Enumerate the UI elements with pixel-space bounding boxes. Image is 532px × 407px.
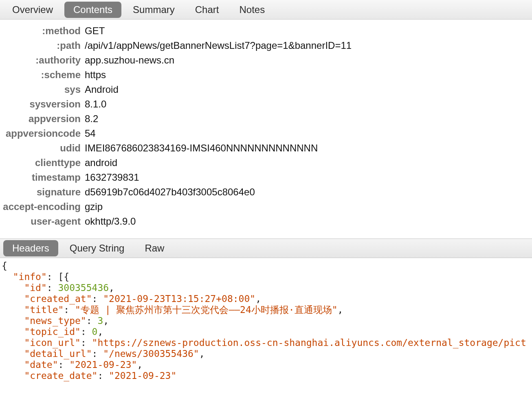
subtab-headers[interactable]: Headers <box>3 240 58 256</box>
header-key: udid <box>2 141 85 155</box>
json-punct: : <box>81 337 92 348</box>
header-value: /api/v1/appNews/getBannerNewsList7?page=… <box>85 38 352 53</box>
json-indent <box>2 348 24 359</box>
header-key: clienttype <box>2 155 85 170</box>
json-indent <box>2 315 24 326</box>
top-tabbar: Overview Contents Summary Chart Notes <box>0 0 532 20</box>
json-line: "date": "2021-09-23", <box>2 359 530 370</box>
header-key: appversioncode <box>2 126 85 141</box>
header-row: udidIMEI867686023834169-IMSI460NNNNNNNNN… <box>2 141 530 155</box>
json-punct: : <box>58 359 69 370</box>
header-value: okhttp/3.9.0 <box>85 214 136 229</box>
header-row: timestamp1632739831 <box>2 170 530 185</box>
header-value: android <box>85 155 117 170</box>
header-row: :methodGET <box>2 24 530 38</box>
json-value: "https://sznews-production.oss-cn-shangh… <box>92 337 526 348</box>
header-key: accept-encoding <box>2 199 85 214</box>
header-key: :scheme <box>2 68 85 82</box>
json-punct: , <box>199 348 205 359</box>
json-brace: { <box>2 260 7 271</box>
header-value: GET <box>85 24 105 38</box>
json-indent <box>2 271 13 282</box>
json-key: "topic_id" <box>24 326 80 337</box>
json-key: "info" <box>13 271 47 282</box>
json-punct: , <box>338 304 343 315</box>
json-punct: : <box>47 282 58 293</box>
json-value: 300355436 <box>58 282 109 293</box>
json-punct: : <box>86 315 98 326</box>
json-value: 3 <box>97 315 103 326</box>
json-value: "2021-09-23" <box>109 370 176 381</box>
json-indent <box>2 326 24 337</box>
header-value: 8.1.0 <box>85 97 106 112</box>
json-key: "detail_url" <box>24 348 92 359</box>
header-key: sysversion <box>2 97 85 112</box>
header-row: sysAndroid <box>2 82 530 97</box>
json-indent <box>2 304 24 315</box>
json-punct: : [{ <box>47 271 69 282</box>
header-value: Android <box>85 82 119 97</box>
json-indent <box>2 293 24 304</box>
header-row: appversioncode54 <box>2 126 530 141</box>
json-punct: : <box>97 370 109 381</box>
tab-overview[interactable]: Overview <box>3 2 62 18</box>
json-line: "create_date": "2021-09-23" <box>2 370 530 381</box>
header-key: user-agent <box>2 214 85 229</box>
header-value: gzip <box>85 199 103 214</box>
json-punct: : <box>64 304 75 315</box>
header-key: signature <box>2 185 85 199</box>
response-body[interactable]: { "info": [{ "id": 300355436, "created_a… <box>0 258 532 384</box>
header-key: sys <box>2 82 85 97</box>
json-line: "info": [{ <box>2 271 530 282</box>
json-line: "news_type": 3, <box>2 315 530 326</box>
header-row: clienttypeandroid <box>2 155 530 170</box>
json-punct: , <box>137 359 143 370</box>
header-row: appversion8.2 <box>2 112 530 126</box>
header-value: 8.2 <box>85 112 98 126</box>
json-line: "icon_url": "https://sznews-production.o… <box>2 337 530 348</box>
json-punct: , <box>109 282 114 293</box>
json-key: "news_type" <box>24 315 86 326</box>
tab-chart[interactable]: Chart <box>186 2 228 18</box>
tab-notes[interactable]: Notes <box>230 2 274 18</box>
header-key: :path <box>2 38 85 53</box>
json-punct: : <box>92 348 103 359</box>
json-value: "专题 | 聚焦苏州市第十三次党代会——24小时播报·直通现场" <box>75 304 337 315</box>
header-row: signatured56919b7c06d4027b403f3005c8064e… <box>2 185 530 199</box>
json-indent <box>2 337 24 348</box>
json-indent <box>2 370 24 381</box>
json-line: "created_at": "2021-09-23T13:15:27+08:00… <box>2 293 530 304</box>
json-value: 0 <box>92 326 98 337</box>
json-value: "/news/300355436" <box>103 348 199 359</box>
request-headers-panel: :methodGET:path/api/v1/appNews/getBanner… <box>0 20 532 239</box>
header-key: appversion <box>2 112 85 126</box>
header-row: :path/api/v1/appNews/getBannerNewsList7?… <box>2 38 530 53</box>
header-value: https <box>85 68 106 82</box>
json-line: "id": 300355436, <box>2 282 530 293</box>
json-line: "detail_url": "/news/300355436", <box>2 348 530 359</box>
header-row: sysversion8.1.0 <box>2 97 530 112</box>
header-value: 54 <box>85 126 96 141</box>
header-value: IMEI867686023834169-IMSI460NNNNNNNNNNNNN <box>85 141 318 155</box>
header-value: app.suzhou-news.cn <box>85 53 174 68</box>
json-value: "2021-09-23" <box>69 359 137 370</box>
header-row: :authorityapp.suzhou-news.cn <box>2 53 530 68</box>
subtab-raw[interactable]: Raw <box>136 240 173 256</box>
header-key: :method <box>2 24 85 38</box>
header-value: d56919b7c06d4027b403f3005c8064e0 <box>85 185 255 199</box>
tab-summary[interactable]: Summary <box>124 2 184 18</box>
response-subtabbar: Headers Query String Raw <box>0 239 532 258</box>
json-line: { <box>2 260 530 271</box>
json-punct: : <box>81 326 92 337</box>
json-key: "title" <box>24 304 64 315</box>
header-key: :authority <box>2 53 85 68</box>
json-key: "id" <box>24 282 46 293</box>
tab-contents[interactable]: Contents <box>64 2 121 18</box>
header-row: accept-encodinggzip <box>2 199 530 214</box>
json-value: "2021-09-23T13:15:27+08:00" <box>103 293 255 304</box>
json-key: "icon_url" <box>24 337 80 348</box>
json-line: "topic_id": 0, <box>2 326 530 337</box>
json-key: "create_date" <box>24 370 97 381</box>
subtab-query-string[interactable]: Query String <box>61 240 134 256</box>
json-indent <box>2 359 24 370</box>
